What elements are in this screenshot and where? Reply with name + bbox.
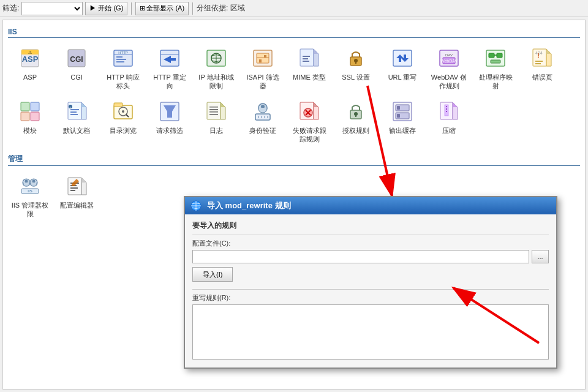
icon-item-isapi[interactable]: ISAPI 筛选器 [241,43,285,94]
ssl-icon [345,47,367,69]
url-rewrite-icon-box [390,46,415,70]
modules-icon-box [18,99,42,124]
filter-select[interactable] [21,2,83,15]
ip-domain-label: IP 地址和域限制 [197,73,235,91]
modules-label: 模块 [23,126,37,135]
icon-item-handler[interactable]: 处理程序映射 [473,43,518,94]
mime-icon-box [297,46,322,70]
import-button-label: 导入(I) [203,271,222,278]
icon-item-asp[interactable]: ASP ⚠ ASP [8,43,52,94]
icon-item-output-cache[interactable]: 输出缓存 [380,96,424,147]
modules-icon [19,100,41,123]
icon-item-compress[interactable]: 压缩 [427,96,471,147]
dialog-globe-icon [190,200,202,212]
iis-section-heading: IIS [8,28,580,38]
icon-item-logging[interactable]: 日志 [194,96,238,147]
icon-item-failed-req[interactable]: 失败请求跟踪规则 [287,96,331,147]
svg-rect-90 [355,115,356,117]
logging-label: 日志 [209,126,223,135]
import-button[interactable]: 导入(I) [192,267,233,282]
icon-item-auth[interactable]: 身份验证 [241,96,285,147]
svg-rect-39 [489,53,494,58]
svg-text:DAV: DAV [445,53,453,57]
icon-item-iis-mgr[interactable]: IIS IIS 管理器权限 [8,171,52,222]
authz-label: 授权规则 [342,126,369,135]
rewrite-rules-textarea[interactable] [192,304,549,360]
browse-button[interactable]: ... [532,250,549,263]
svg-rect-68 [207,102,221,119]
svg-rect-27 [303,56,310,57]
svg-rect-62 [114,103,123,107]
handler-icon [484,47,507,69]
svg-rect-11 [116,61,124,62]
ssl-icon-box [344,46,368,70]
icon-item-ip-domain[interactable]: IP 地址和域限制 [194,43,238,94]
req-filter-label: 请求筛选 [156,126,183,135]
webdav-label: WebDAV 创作规则 [430,73,468,91]
show-all-icon: ⊞ [140,4,145,12]
dir-browse-icon [112,100,134,123]
svg-text:ASP: ASP [22,55,39,64]
handler-label: 处理程序映射 [477,73,514,91]
svg-rect-22 [259,59,262,62]
webdav-icon-box: DAV WebDAV [437,46,461,70]
svg-rect-57 [70,111,77,113]
ssl-label: SSL 设置 [342,73,369,81]
config-file-input[interactable] [192,250,529,263]
icon-item-cgi[interactable]: CGI CGI [55,43,99,94]
svg-text:WebDAV: WebDAV [440,59,458,63]
svg-rect-46 [535,61,543,62]
svg-marker-55 [81,102,86,107]
cgi-icon: CGI [66,47,88,69]
svg-rect-56 [70,109,79,110]
icon-item-req-filter[interactable]: 请求筛选 [148,96,192,147]
start-button[interactable]: ▶ 开始 (G) [85,2,127,15]
auth-icon [252,100,274,123]
icon-item-modules[interactable]: 模块 [8,96,52,147]
dialog-config-label: 配置文件(C): [192,239,549,248]
mgmt-section-heading: 管理 [8,154,580,166]
isapi-icon [252,47,274,69]
icon-item-dir-browse[interactable]: 目录浏览 [101,96,145,147]
config-editor-icon-box [64,174,89,198]
svg-rect-73 [209,111,218,113]
isapi-label: ISAPI 筛选器 [244,73,282,91]
icon-item-error-page[interactable]: ! 404 错误页 [520,43,564,94]
icon-item-webdav[interactable]: DAV WebDAV WebDAV 创作规则 [427,43,471,94]
group-by-value: 区域 [230,3,245,13]
error-page-icon: ! 404 [531,47,553,69]
http-redirect-icon [159,47,181,69]
mime-label: MIME 类型 [293,73,326,81]
default-doc-icon-box: ✓ [64,99,89,124]
icon-item-http-response[interactable]: HTTP HTTP 响应标头 [101,43,145,94]
icon-item-config-editor[interactable]: 配置编辑器 [55,171,99,222]
error-page-icon-box: ! 404 [530,46,554,70]
dir-browse-icon-box [111,99,135,124]
cgi-label: CGI [70,73,83,81]
icon-item-default-doc[interactable]: ✓ 默认文档 [55,96,99,147]
dir-browse-label: 目录浏览 [110,126,137,135]
icon-item-mime[interactable]: MIME 类型 [287,43,331,94]
svg-rect-23 [264,55,266,58]
svg-text:CGI: CGI [70,55,83,64]
show-all-label: 全部显示 (A) [146,4,184,13]
http-redirect-label: HTTP 重定向 [151,73,189,91]
svg-rect-9 [116,56,123,58]
show-all-button[interactable]: ⊞ 全部显示 (A) [135,2,189,15]
default-doc-label: 默认文档 [63,126,90,135]
dialog-divider-1 [192,235,549,235]
group-by-label: 分组依据: [197,3,228,13]
dialog-title-text: 导入 mod_rewrite 规则 [207,200,291,211]
dialog-config-row: ... [192,250,549,263]
svg-rect-41 [491,60,500,63]
icon-item-url-rewrite[interactable]: URL 重写 [380,43,424,94]
svg-rect-52 [31,112,39,121]
authz-icon [345,100,367,123]
icon-item-authz[interactable]: 授权规则 [334,96,378,147]
svg-rect-10 [116,59,126,60]
icon-item-http-redirect[interactable]: HTTP 重定向 [148,43,192,94]
icon-item-ssl[interactable]: SSL 设置 [334,43,378,94]
compress-icon-box [437,99,461,124]
failed-req-icon-box [297,99,322,124]
svg-rect-47 [535,63,541,64]
